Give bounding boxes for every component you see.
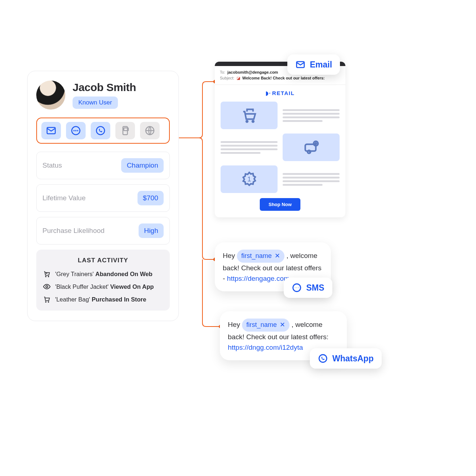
phone-message-icon [120,125,131,136]
channel-selector [36,118,170,144]
remove-icon[interactable]: ✕ [280,320,285,330]
svg-point-17 [246,121,247,122]
known-user-badge: Known User [73,97,118,109]
channel-inapp-button[interactable] [115,122,135,139]
svg-point-4 [77,130,78,131]
channel-sms-button[interactable] [66,122,86,139]
variable-chip[interactable]: first_name✕ [242,319,290,332]
email-text-block [283,165,340,193]
channel-email-button[interactable] [41,122,61,139]
email-brand-logo: ◗·RETAIL [221,90,340,97]
avatar [36,81,65,110]
globe-icon [144,125,155,136]
profile-name: Jacob Smith [73,81,136,94]
whatsapp-icon [95,125,106,136]
svg-point-26 [296,287,297,288]
chat-icon [292,283,302,293]
last-activity-box: LAST ACTIVITY 'Grey Trainers' Abandoned … [36,250,170,311]
whatsapp-icon [318,353,328,364]
stat-label: Lifetime Value [42,194,86,202]
mail-icon [295,60,305,70]
activity-title: LAST ACTIVITY [43,257,163,264]
stat-value: Champion [121,158,164,173]
eye-icon [43,283,51,291]
sms-channel-tag: SMS [284,278,332,298]
email-preview: To: jacobsmith@dengage.com Subject: ◪ We… [215,62,345,217]
email-text-block [221,134,278,161]
stat-row-purchase-likelihood: Purchase Likelihood High [36,217,170,245]
sms-link[interactable]: https://dengage.com [227,275,290,282]
email-channel-tag: Email [287,54,340,75]
chat-icon [70,125,81,136]
email-text-block [283,102,340,129]
svg-point-25 [295,287,295,288]
svg-point-3 [75,130,76,131]
shop-now-button[interactable]: Shop Now [260,198,300,211]
svg-point-11 [46,286,48,288]
activity-item: 'Leather Bag' Purchased In Store [43,295,163,303]
stat-label: Purchase Likelihood [42,227,104,235]
svg-point-10 [48,276,49,277]
stat-label: Status [42,161,62,169]
svg-point-2 [74,130,74,131]
channel-whatsapp-button[interactable] [91,122,110,139]
remove-icon[interactable]: ✕ [275,251,280,261]
svg-point-18 [252,121,254,122]
email-promo-image [221,102,278,129]
svg-point-5 [97,127,105,135]
svg-text:1: 1 [247,175,251,183]
stat-value: $700 [138,191,164,205]
cart-icon [43,295,51,303]
variable-chip[interactable]: first_name✕ [237,250,284,263]
svg-point-13 [48,301,49,302]
email-promo-image: 1 [221,165,278,193]
email-promo-image [283,134,340,161]
whatsapp-link[interactable]: https://dngg.com/i12dyta [228,344,303,351]
activity-item: 'Grey Trainers' Abandoned On Web [43,270,163,278]
whatsapp-channel-tag: WhatsApp [310,348,382,369]
cart-x-icon [43,270,51,278]
svg-point-12 [45,301,46,302]
stat-row-lifetime-value: Lifetime Value $700 [36,184,170,212]
svg-point-9 [45,276,46,277]
user-profile-card: Jacob Smith Known User Status Champi [27,71,179,321]
channel-web-button[interactable] [140,122,160,139]
stat-value: High [139,223,164,238]
stat-row-status: Status Champion [36,152,170,179]
svg-point-27 [298,287,299,288]
svg-point-28 [319,355,327,362]
activity-item: 'Black Puffer Jacket' Viewed On App [43,283,163,291]
mail-icon [46,125,57,136]
